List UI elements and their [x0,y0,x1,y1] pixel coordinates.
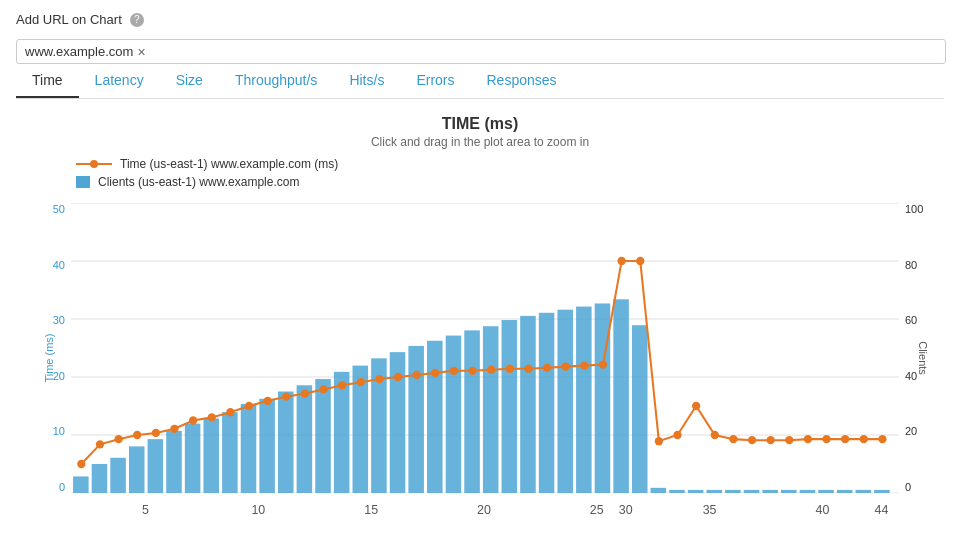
svg-rect-18 [259,399,275,493]
svg-point-72 [450,367,458,375]
url-value: www.example.com [25,44,133,59]
svg-rect-41 [688,490,704,493]
svg-rect-40 [669,490,685,493]
svg-point-81 [617,257,625,265]
svg-point-76 [524,365,532,373]
svg-rect-35 [576,307,592,493]
legend-label-clients: Clients (us-east-1) www.example.com [98,175,299,189]
svg-point-66 [338,381,346,389]
svg-rect-43 [725,490,741,493]
svg-text:15: 15 [364,503,378,517]
tab-throughput[interactable]: Throughput/s [219,64,334,98]
tab-hits[interactable]: Hits/s [333,64,400,98]
svg-rect-16 [222,412,238,493]
svg-rect-50 [856,490,872,493]
svg-point-78 [562,363,570,371]
svg-rect-28 [446,336,462,493]
y-axis-left: 50 40 30 20 10 0 [16,203,71,493]
svg-text:35: 35 [703,503,717,517]
svg-point-75 [506,365,514,373]
svg-point-88 [748,436,756,444]
tab-size[interactable]: Size [160,64,219,98]
tab-errors[interactable]: Errors [400,64,470,98]
svg-text:30: 30 [619,503,633,517]
svg-rect-31 [502,320,518,493]
svg-text:10: 10 [251,503,265,517]
svg-point-65 [319,385,327,393]
svg-point-82 [636,257,644,265]
svg-point-83 [655,437,663,445]
svg-point-53 [96,440,104,448]
svg-rect-11 [129,446,145,493]
chart-area: TIME (ms) Click and drag in the plot are… [16,99,944,523]
svg-rect-32 [520,316,536,493]
svg-point-95 [878,435,886,443]
url-tag-close[interactable]: × [137,45,145,59]
tab-bar: Time Latency Size Throughput/s Hits/s Er… [16,64,944,99]
svg-rect-15 [203,418,219,493]
svg-rect-8 [73,476,89,493]
svg-point-59 [208,413,216,421]
svg-rect-21 [315,379,331,493]
tab-responses[interactable]: Responses [471,64,573,98]
legend-bar-clients [76,176,90,188]
svg-point-73 [468,367,476,375]
svg-point-1 [90,160,98,168]
svg-rect-26 [408,346,424,493]
tab-time[interactable]: Time [16,64,79,98]
svg-point-74 [487,366,495,374]
svg-point-57 [170,425,178,433]
x-axis: 5 10 15 20 25 30 35 40 44 [71,498,899,523]
help-icon[interactable]: ? [130,13,144,27]
svg-point-85 [692,402,700,410]
svg-point-52 [77,460,85,468]
svg-rect-12 [148,439,164,493]
svg-point-94 [860,435,868,443]
svg-rect-33 [539,313,555,493]
svg-point-68 [375,375,383,383]
svg-rect-39 [651,488,667,493]
svg-point-86 [711,431,719,439]
svg-point-89 [767,436,775,444]
svg-rect-10 [110,458,126,493]
svg-text:5: 5 [142,503,149,517]
svg-rect-17 [241,404,257,493]
chart-legend: Time (us-east-1) www.example.com (ms) Cl… [16,157,944,189]
svg-rect-45 [762,490,778,493]
svg-rect-51 [874,490,890,493]
svg-text:44: 44 [875,503,889,517]
svg-rect-14 [185,424,201,493]
chart-title: TIME (ms) [16,115,944,133]
svg-point-56 [152,429,160,437]
svg-point-61 [245,402,253,410]
chart-container[interactable]: Time (ms) Clients 50 40 30 20 10 0 100 8… [16,193,944,523]
svg-rect-46 [781,490,797,493]
svg-rect-19 [278,392,294,494]
svg-point-87 [729,435,737,443]
url-tag: www.example.com × [25,44,146,59]
svg-rect-13 [166,431,182,493]
chart-plot[interactable] [71,203,899,493]
svg-point-67 [357,378,365,386]
svg-rect-29 [464,330,480,493]
svg-rect-27 [427,341,443,493]
svg-point-60 [226,408,234,416]
svg-rect-30 [483,326,499,493]
url-input-box[interactable]: www.example.com × [16,39,946,64]
svg-rect-34 [557,310,573,493]
svg-point-64 [301,389,309,397]
svg-point-92 [822,435,830,443]
svg-point-84 [673,431,681,439]
svg-point-79 [580,361,588,369]
svg-rect-49 [837,490,853,493]
legend-label-time: Time (us-east-1) www.example.com (ms) [120,157,338,171]
svg-point-58 [189,416,197,424]
svg-point-70 [413,371,421,379]
svg-rect-38 [632,325,648,493]
svg-text:20: 20 [477,503,491,517]
chart-subtitle: Click and drag in the plot area to zoom … [16,135,944,149]
tab-latency[interactable]: Latency [79,64,160,98]
svg-rect-44 [744,490,760,493]
svg-text:25: 25 [590,503,604,517]
svg-text:40: 40 [816,503,830,517]
